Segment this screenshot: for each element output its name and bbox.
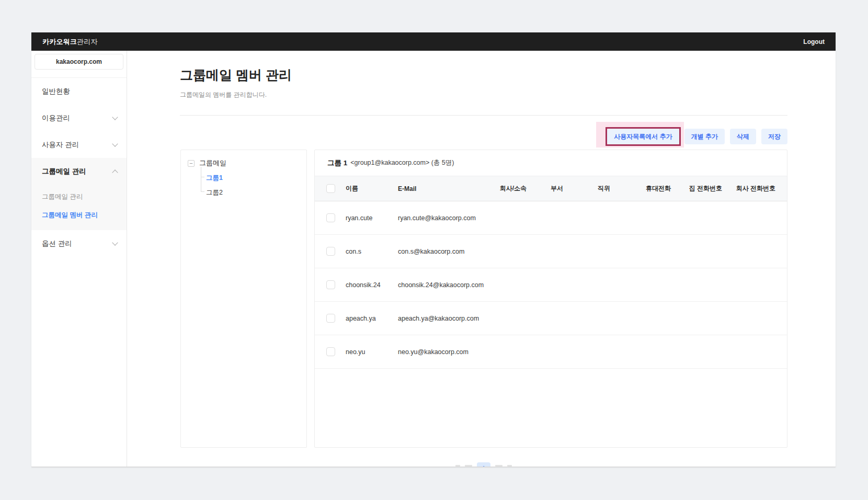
content-area: 그룹메일 멤버 관리 그룹메일의 멤버를 관리합니다. 사용자목록에서 추가 개… — [127, 51, 836, 467]
save-button[interactable]: 저장 — [761, 129, 787, 144]
highlight-annotation: 사용자목록에서 추가 — [607, 129, 679, 144]
column-header-department: 부서 — [527, 184, 563, 193]
cell-email: apeach.ya@kakaocorp.com — [398, 315, 497, 322]
tree-node-group2[interactable]: 그룹2 — [206, 188, 223, 197]
row-checkbox-cell — [315, 247, 346, 256]
pagination: 1 — [452, 462, 515, 467]
logout-button[interactable]: Logout — [803, 38, 825, 46]
pagination-current-page[interactable]: 1 — [477, 462, 490, 467]
tree-root-row: − 그룹메일 — [188, 158, 226, 168]
chevron-down-icon — [112, 141, 118, 146]
brand-bold: 카카오워크 — [42, 38, 77, 46]
chevron-up-icon — [112, 169, 118, 175]
add-individual-button[interactable]: 개별 추가 — [684, 129, 725, 144]
add-from-user-list-button[interactable]: 사용자목록에서 추가 — [607, 129, 679, 144]
column-header-position: 직위 — [563, 184, 610, 193]
sidebar-item-label: 일반현황 — [42, 87, 70, 96]
table-header-row: 이름 E-Mail 회사/소속 부서 직위 휴대전화 집 전화번호 회사 전화번… — [315, 176, 787, 201]
column-header-company: 회사/소속 — [497, 184, 527, 193]
panels: − 그룹메일 그룹1 그룹2 그룹 1 <group1@kakaocorp.co… — [180, 150, 787, 448]
cell-email: choonsik.24@kakaocorp.com — [398, 281, 497, 289]
sidebar-item-label: 이용관리 — [42, 113, 70, 123]
table-row: ryan.cute ryan.cute@kakaocorp.com — [315, 201, 787, 235]
cell-email: neo.yu@kakaocorp.com — [398, 348, 497, 356]
group-tree-panel: − 그룹메일 그룹1 그룹2 — [180, 150, 307, 448]
brand-suffix: 관리자 — [77, 38, 98, 46]
topbar: 카카오워크관리자 Logout — [31, 32, 836, 51]
sidebar-nav: 일반현황 이용관리 사용자 관리 그룹메일 관리 그룹메일 관리 그룹메일 멤버… — [31, 78, 127, 257]
row-checkbox[interactable] — [326, 247, 335, 256]
sidebar-item-users[interactable]: 사용자 관리 — [31, 131, 127, 158]
domain-selector[interactable]: kakaocorp.com — [35, 54, 123, 70]
pagination-mark — [465, 465, 472, 467]
delete-button[interactable]: 삭제 — [730, 129, 756, 144]
row-checkbox[interactable] — [326, 347, 335, 356]
sidebar-item-label: 사용자 관리 — [42, 140, 79, 150]
table-row: con.s con.s@kakaocorp.com — [315, 235, 787, 268]
page-title: 그룹메일 멤버 관리 — [180, 66, 292, 84]
sidebar-item-options[interactable]: 옵션 관리 — [31, 230, 127, 257]
cell-name: ryan.cute — [346, 214, 398, 222]
header-checkbox-cell — [315, 184, 346, 193]
column-header-work-phone: 회사 전화번호 — [722, 184, 775, 193]
chevron-down-icon — [112, 114, 118, 120]
table-row: apeach.ya apeach.ya@kakaocorp.com — [315, 302, 787, 335]
row-checkbox-cell — [315, 280, 346, 289]
column-header-email: E-Mail — [398, 185, 497, 192]
brand-logo[interactable]: 카카오워크관리자 — [42, 37, 98, 47]
column-header-home-phone: 집 전화번호 — [671, 184, 722, 193]
cell-email: ryan.cute@kakaocorp.com — [398, 214, 497, 222]
sidebar-item-usage[interactable]: 이용관리 — [31, 105, 127, 131]
column-header-mobile: 휴대전화 — [610, 184, 671, 193]
toolbar: 사용자목록에서 추가 개별 추가 삭제 저장 — [180, 129, 787, 144]
group-name: 그룹 1 — [327, 158, 347, 168]
collapse-minus-icon[interactable]: − — [188, 160, 195, 167]
section-divider — [180, 115, 787, 116]
select-all-checkbox[interactable] — [326, 184, 335, 193]
table-row: neo.yu neo.yu@kakaocorp.com — [315, 335, 787, 369]
sidebar-subitem-groupmail-member[interactable]: 그룹메일 멤버 관리 — [31, 206, 127, 224]
cell-name: apeach.ya — [346, 315, 398, 322]
sidebar-item-label: 그룹메일 관리 — [42, 167, 86, 176]
sidebar-item-groupmail[interactable]: 그룹메일 관리 — [31, 158, 127, 185]
admin-window: 카카오워크관리자 Logout kakaocorp.com 일반현황 이용관리 … — [31, 32, 836, 467]
row-checkbox[interactable] — [326, 280, 335, 289]
sidebar-item-label: 옵션 관리 — [42, 239, 72, 248]
sidebar-section-groupmail: 그룹메일 관리 그룹메일 관리 그룹메일 멤버 관리 — [31, 158, 127, 230]
tree-connector — [201, 167, 204, 177]
pagination-mark — [495, 465, 502, 467]
table-row: choonsik.24 choonsik.24@kakaocorp.com — [315, 268, 787, 302]
sidebar-subitem-groupmail-manage[interactable]: 그룹메일 관리 — [31, 188, 127, 206]
chevron-down-icon — [112, 240, 118, 245]
tree-node-group1[interactable]: 그룹1 — [206, 174, 223, 183]
group-meta: <group1@kakaocorp.com> (총 5명) — [350, 158, 454, 167]
cell-name: choonsik.24 — [346, 281, 398, 289]
cell-email: con.s@kakaocorp.com — [398, 248, 497, 255]
pagination-prev-icon[interactable] — [455, 465, 460, 467]
pagination-next-icon[interactable] — [507, 465, 512, 467]
cell-name: neo.yu — [346, 348, 398, 356]
row-checkbox-cell — [315, 213, 346, 222]
cell-name: con.s — [346, 248, 398, 255]
row-checkbox-cell — [315, 347, 346, 356]
group-header: 그룹 1 <group1@kakaocorp.com> (총 5명) — [315, 150, 787, 176]
row-checkbox[interactable] — [326, 314, 335, 323]
member-table-panel: 그룹 1 <group1@kakaocorp.com> (총 5명) 이름 E-… — [314, 150, 787, 448]
sidebar: kakaocorp.com 일반현황 이용관리 사용자 관리 그룹메일 관리 그… — [31, 51, 127, 467]
page-subtitle: 그룹메일의 멤버를 관리합니다. — [180, 90, 267, 99]
row-checkbox[interactable] — [326, 213, 335, 222]
row-checkbox-cell — [315, 314, 346, 323]
column-header-name: 이름 — [346, 184, 398, 193]
sidebar-item-overview[interactable]: 일반현황 — [31, 78, 127, 105]
